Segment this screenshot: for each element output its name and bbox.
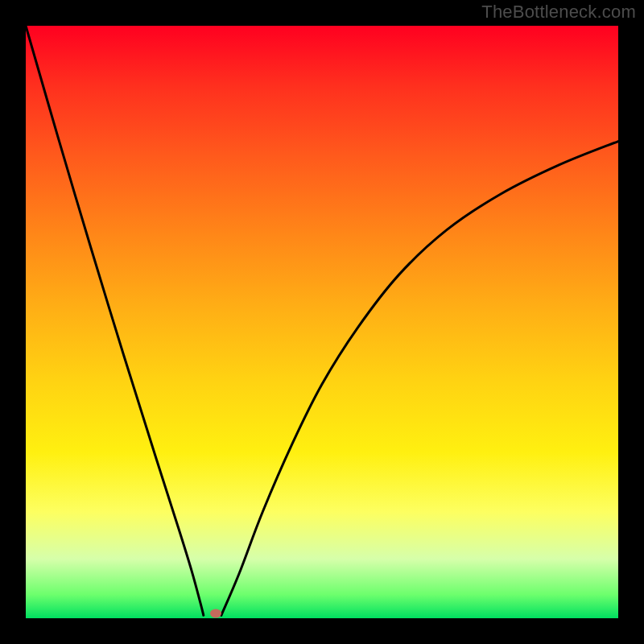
minimum-marker [210, 609, 221, 618]
curve-left-branch [26, 26, 204, 615]
curve-right-branch [221, 142, 618, 616]
plot-area [26, 26, 618, 618]
chart-frame: TheBottleneck.com [0, 0, 644, 644]
curve-svg [26, 26, 618, 618]
watermark-text: TheBottleneck.com [481, 2, 636, 23]
